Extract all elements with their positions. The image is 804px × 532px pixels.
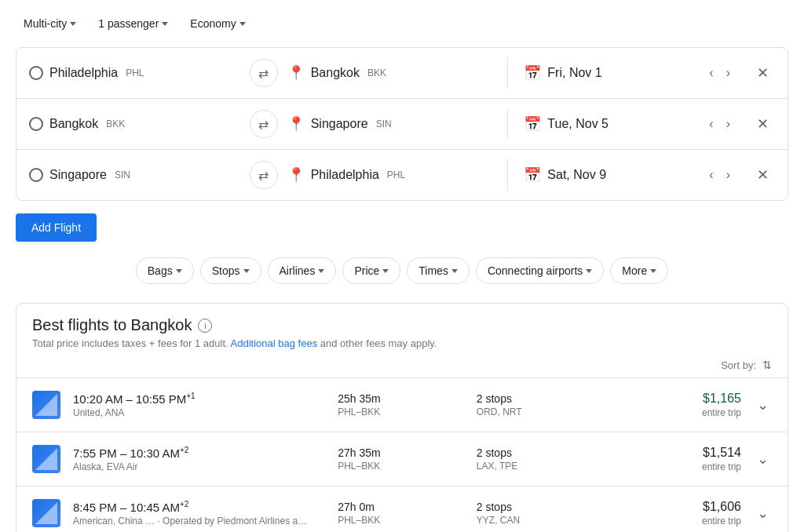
price-amount-1: $1,514 — [615, 446, 741, 460]
airline-logo-2 — [32, 499, 60, 527]
sort-icon[interactable]: ⇅ — [762, 359, 772, 371]
swap-btn-3[interactable]: ⇄ — [250, 161, 278, 189]
route-text-1: PHL–BKK — [338, 461, 464, 472]
route-text-0: PHL–BKK — [338, 406, 464, 417]
dest-field-1[interactable]: 📍 Bangkok BKK — [287, 64, 499, 82]
filter-price-chevron — [382, 269, 389, 273]
result-row-1[interactable]: 7:55 PM – 10:30 AM+2 Alaska, EVA Air 27h… — [16, 432, 788, 486]
price-amount-0: $1,165 — [615, 392, 741, 406]
filter-stops-label: Stops — [212, 264, 240, 277]
date-nav-2: ‹ › — [704, 114, 735, 134]
stops-detail-2: YYZ, CAN — [477, 515, 603, 526]
flight-stops-2: 2 stops YYZ, CAN — [477, 501, 603, 526]
filter-bags[interactable]: Bags — [136, 257, 194, 284]
origin-field-2[interactable]: Bangkok BKK — [29, 117, 240, 131]
time-range-1: 7:55 PM – 10:30 AM+2 — [73, 446, 325, 460]
filter-more[interactable]: More — [610, 257, 668, 284]
filter-stops-chevron — [243, 269, 250, 273]
filter-times-label: Times — [418, 264, 448, 277]
date-text-1: Fri, Nov 1 — [547, 66, 601, 80]
dest-city-3: Philadelphia — [311, 168, 379, 182]
cabin-class-label: Economy — [190, 17, 236, 30]
flight-stops-1: 2 stops LAX, TPE — [477, 446, 603, 472]
passengers-chevron — [162, 22, 168, 26]
remove-flight-1[interactable]: ✕ — [751, 61, 775, 85]
filter-bags-chevron — [176, 269, 182, 273]
trip-type-selector[interactable]: Multi-city — [16, 13, 84, 35]
airline-logo-0 — [32, 391, 60, 419]
flight-price-2: $1,606 entire trip — [615, 500, 741, 527]
date-next-1[interactable]: › — [722, 63, 735, 83]
filter-connecting-airports[interactable]: Connecting airports — [476, 257, 604, 284]
remove-flight-2[interactable]: ✕ — [751, 112, 775, 136]
airline-logo-shape-1 — [35, 448, 57, 470]
add-flight-button[interactable]: Add Flight — [16, 213, 97, 242]
origin-icon-3 — [29, 168, 43, 182]
divider-3 — [507, 159, 508, 191]
dest-city-1: Bangkok — [311, 66, 360, 80]
bag-fees-link[interactable]: Additional bag fees — [231, 337, 318, 349]
sort-label: Sort by: — [721, 359, 756, 371]
date-nav-1: ‹ › — [704, 63, 735, 83]
filter-airlines[interactable]: Airlines — [268, 257, 337, 284]
price-label-2: entire trip — [615, 516, 741, 527]
dest-city-2: Singapore — [311, 117, 368, 131]
filter-bar: Bags Stops Airlines Price Times Connecti… — [16, 257, 788, 284]
filter-bags-label: Bags — [148, 264, 173, 277]
date-prev-2[interactable]: ‹ — [704, 114, 718, 134]
date-prev-1[interactable]: ‹ — [704, 63, 718, 83]
filter-price[interactable]: Price — [342, 257, 400, 284]
passengers-selector[interactable]: 1 passenger — [90, 13, 176, 35]
expand-btn-1[interactable]: ⌄ — [754, 447, 772, 471]
price-label-1: entire trip — [615, 461, 741, 472]
expand-btn-2[interactable]: ⌄ — [754, 501, 772, 525]
flight-row-2: Bangkok BKK ⇄ 📍 Singapore SIN 📅 Tue, Nov… — [16, 99, 788, 150]
filter-connecting-airports-chevron — [586, 269, 592, 273]
expand-btn-0[interactable]: ⌄ — [754, 393, 772, 417]
flight-duration-0: 25h 35m PHL–BKK — [338, 392, 464, 417]
dest-field-3[interactable]: 📍 Philadelphia PHL — [287, 166, 499, 184]
trip-type-label: Multi-city — [24, 17, 67, 30]
dest-code-2: SIN — [376, 118, 392, 129]
calendar-icon-3: 📅 — [524, 166, 541, 184]
sort-row: Sort by: ⇅ — [16, 355, 788, 377]
filter-times[interactable]: Times — [407, 257, 470, 284]
calendar-icon-2: 📅 — [524, 115, 541, 133]
date-prev-3[interactable]: ‹ — [704, 165, 718, 185]
date-next-3[interactable]: › — [722, 165, 735, 185]
flight-stops-0: 2 stops ORD, NRT — [477, 392, 603, 417]
results-title: Best flights to Bangkok i — [32, 316, 772, 334]
airline-name-2: American, China … · Operated by Piedmont… — [73, 516, 325, 527]
dest-field-2[interactable]: 📍 Singapore SIN — [287, 115, 499, 133]
result-row-2[interactable]: 8:45 PM – 10:45 AM+2 American, China … ·… — [16, 486, 788, 532]
subtitle-text: Total price includes taxes + fees for 1 … — [32, 337, 228, 349]
flight-price-1: $1,514 entire trip — [615, 446, 741, 472]
duration-text-1: 27h 35m — [338, 446, 464, 459]
origin-icon-2 — [29, 117, 43, 131]
divider-2 — [507, 108, 508, 140]
calendar-icon-1: 📅 — [524, 64, 541, 82]
airline-name-0: United, ANA — [73, 407, 325, 418]
filter-more-chevron — [650, 269, 656, 273]
swap-btn-1[interactable]: ⇄ — [250, 59, 278, 87]
origin-field-3[interactable]: Singapore SIN — [29, 168, 240, 182]
flight-duration-2: 27h 0m PHL–BKK — [338, 501, 464, 526]
pin-icon-2: 📍 — [287, 115, 305, 133]
result-row-0[interactable]: 10:20 AM – 10:55 PM+1 United, ANA 25h 35… — [16, 378, 788, 432]
cabin-class-selector[interactable]: Economy — [182, 13, 253, 35]
date-field-3[interactable]: 📅 Sat, Nov 9 ‹ › — [517, 165, 741, 185]
date-field-2[interactable]: 📅 Tue, Nov 5 ‹ › — [517, 114, 741, 134]
origin-code-1: PHL — [126, 67, 144, 78]
origin-field-1[interactable]: Philadelphia PHL — [29, 66, 240, 80]
filter-more-label: More — [622, 264, 647, 277]
duration-text-0: 25h 35m — [338, 392, 464, 405]
date-field-1[interactable]: 📅 Fri, Nov 1 ‹ › — [517, 63, 741, 83]
stops-detail-0: ORD, NRT — [477, 406, 603, 417]
filter-airlines-label: Airlines — [280, 264, 316, 277]
date-next-2[interactable]: › — [722, 114, 735, 134]
filter-stops[interactable]: Stops — [200, 257, 261, 284]
info-icon[interactable]: i — [198, 319, 212, 333]
remove-flight-3[interactable]: ✕ — [751, 163, 775, 187]
origin-code-3: SIN — [115, 169, 130, 180]
swap-btn-2[interactable]: ⇄ — [250, 110, 278, 138]
